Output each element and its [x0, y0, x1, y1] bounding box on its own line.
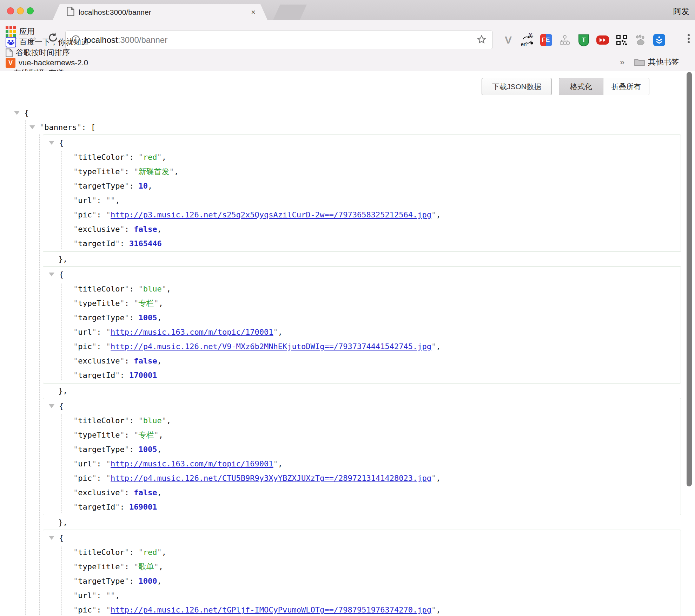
tab-title: localhost:3000/banner [79, 8, 151, 17]
collapse-toggle-icon[interactable] [14, 111, 20, 115]
json-object-open: { [43, 136, 681, 150]
json-field-exclusive: "exclusive": false, [43, 354, 681, 368]
bookmarks-overflow-chevron[interactable]: » [620, 57, 624, 67]
sitemap-icon[interactable] [558, 33, 572, 47]
new-tab-button[interactable] [273, 5, 307, 20]
json-string: 歌单 [138, 562, 154, 571]
bookmark-label: vue-hackernews-2.0 [19, 58, 88, 67]
collapse-toggle-icon[interactable] [49, 404, 54, 408]
bookmark-item-3[interactable]: Vvue-hackernews-2.0 [6, 58, 94, 68]
video-speed-icon[interactable] [596, 33, 610, 47]
json-key: targetId [78, 239, 115, 248]
qrcode-icon[interactable] [615, 33, 629, 47]
json-string: 专栏 [138, 431, 154, 439]
json-key: titleColor [78, 416, 124, 425]
json-tree: {"banners": [{"titleColor": "red","typeT… [0, 106, 681, 616]
fatkun-icon[interactable] [652, 33, 666, 47]
url-url-link[interactable]: http://music.163.com/m/topic/169001 [111, 459, 273, 468]
collapse-toggle-icon[interactable] [49, 141, 54, 145]
json-field-targetId: "targetId": 3165446 [43, 236, 681, 251]
format-button[interactable]: 格式化 [559, 78, 603, 95]
json-key: pic [78, 342, 92, 351]
close-window-button[interactable] [7, 7, 14, 14]
json-key: url [78, 196, 92, 205]
json-field-titleColor: "titleColor": "blue", [43, 282, 681, 296]
bookmark-label: 谷歌按时间排序 [16, 47, 70, 58]
json-key: targetType [78, 577, 124, 585]
json-key: typeTitle [78, 562, 120, 571]
json-field-pic: "pic": "http://p3.music.126.net/s25q2x5Q… [43, 208, 681, 222]
json-object-open: { [43, 531, 681, 545]
json-string: red [143, 548, 157, 557]
json-object-close: }, [58, 252, 681, 266]
pic-url-link[interactable]: http://p4.music.126.net/tGPljf-IMOCyPvum… [111, 605, 431, 614]
collapse-toggle-icon[interactable] [49, 536, 54, 540]
json-field-url: "url": "http://music.163.com/m/topic/169… [43, 457, 681, 471]
tampermonkey-icon[interactable]: T [577, 33, 591, 47]
json-array-open: "banners": [ [29, 120, 681, 135]
json-number: 170001 [129, 371, 157, 380]
json-key: url [78, 591, 92, 600]
other-bookmarks-folder[interactable]: 其他书签 [634, 57, 679, 67]
browser-menu-icon[interactable] [687, 33, 690, 45]
download-json-button[interactable]: 下载JSON数据 [482, 78, 552, 95]
page-icon [6, 48, 13, 57]
collapse-all-button[interactable]: 折叠所有 [603, 78, 649, 95]
vertical-scrollbar[interactable] [687, 72, 692, 486]
json-key: banners [44, 123, 77, 132]
translate-icon[interactable]: 英en [520, 33, 534, 47]
bookmark-item-1[interactable]: 百度一下，你就知道 [6, 37, 94, 47]
json-field-targetType: "targetType": 1005, [43, 310, 681, 325]
bookmark-item-2[interactable]: 谷歌按时间排序 [6, 47, 94, 58]
url-bar[interactable]: localhost:3000/banner [65, 31, 493, 49]
json-key: pic [78, 210, 92, 219]
json-key: typeTitle [78, 299, 120, 308]
json-object-open: { [43, 267, 681, 282]
json-string: 专栏 [138, 299, 154, 308]
json-key: titleColor [78, 153, 124, 162]
indent-guide [25, 120, 26, 616]
json-key: url [78, 328, 92, 336]
bookmark-label: 百度一下，你就知道 [19, 37, 89, 47]
json-number: 10 [138, 182, 148, 190]
json-number: 1000 [138, 577, 157, 585]
pic-url-link[interactable]: http://p3.music.126.net/s25q2x5QyqsAzilC… [111, 210, 431, 219]
json-key: exclusive [78, 488, 120, 497]
pic-url-link[interactable]: http://p4.music.126.net/V9-MXz6b2MNhEKju… [111, 342, 431, 351]
json-field-pic: "pic": "http://p4.music.126.net/CTU5B9R9… [43, 471, 681, 485]
tab-close-icon[interactable]: × [251, 8, 256, 16]
json-field-typeTitle: "typeTitle": "专栏", [43, 296, 681, 310]
url-url-link[interactable]: http://music.163.com/m/topic/170001 [111, 328, 273, 336]
fe-icon[interactable]: FE [539, 33, 553, 47]
profile-name[interactable]: 阿发 [673, 6, 689, 17]
vue-devtools-icon[interactable]: V [501, 33, 515, 47]
collapse-toggle-icon[interactable] [49, 273, 54, 276]
json-field-exclusive: "exclusive": false, [43, 222, 681, 236]
json-field-exclusive: "exclusive": false, [43, 485, 681, 500]
vue-icon: V [6, 58, 15, 68]
minimize-window-button[interactable] [17, 7, 24, 14]
banner-object-2: {"titleColor": "blue","typeTitle": "专栏",… [43, 398, 681, 515]
bookmark-item-0[interactable]: 应用 [6, 26, 94, 37]
browser-tab[interactable]: localhost:3000/banner × [53, 4, 267, 20]
json-key: url [78, 459, 92, 468]
bookmark-star-icon[interactable] [476, 34, 487, 46]
json-field-titleColor: "titleColor": "blue", [43, 413, 681, 428]
view-mode-segmented-control: 格式化 折叠所有 [559, 78, 649, 95]
json-key: targetId [78, 371, 115, 380]
maximize-window-button[interactable] [27, 7, 34, 14]
json-key: targetType [78, 445, 124, 454]
json-object-close: }, [58, 515, 681, 530]
banner-object-0: {"titleColor": "red","typeTitle": "新碟首发"… [43, 135, 681, 252]
pic-url-link[interactable]: http://p4.music.126.net/CTU5B9R9y3XyYBZX… [111, 474, 431, 483]
collapse-toggle-icon[interactable] [29, 125, 35, 129]
paw-icon[interactable] [633, 33, 647, 47]
json-object-close: }, [58, 384, 681, 398]
json-field-typeTitle: "typeTitle": "歌单", [43, 559, 681, 574]
json-key: titleColor [78, 284, 124, 293]
indent-guide [39, 135, 40, 616]
json-boolean: false [134, 225, 157, 234]
json-field-targetType: "targetType": 1000, [43, 574, 681, 588]
json-key: targetId [78, 503, 115, 511]
json-key: titleColor [78, 548, 124, 557]
